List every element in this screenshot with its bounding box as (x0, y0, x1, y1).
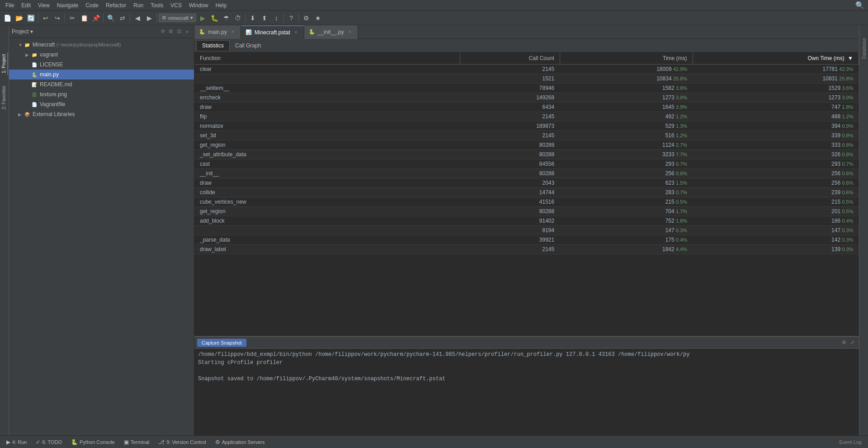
back-btn[interactable]: ◀ (132, 13, 143, 23)
open-btn[interactable]: 📂 (14, 13, 24, 23)
cut-btn[interactable]: ✂ (67, 13, 78, 23)
terminal-status-item[interactable]: ▣ Terminal (120, 438, 153, 446)
forward-btn[interactable]: ▶ (144, 13, 155, 23)
vcs3-btn[interactable]: ↕ (271, 13, 282, 23)
vcs1-btn[interactable]: ⬇ (247, 13, 258, 23)
menu-edit[interactable]: Edit (18, 1, 34, 9)
profile-btn[interactable]: ⏱ (232, 13, 243, 23)
replace-btn[interactable]: ⇄ (117, 13, 128, 23)
tree-item-vagrantfile[interactable]: ▶ 📄 Vagrantfile (9, 99, 194, 109)
run-config-dropdown[interactable]: ⚙ minecraft ▾ (159, 14, 196, 22)
col-call-count[interactable]: Call Count (460, 52, 560, 65)
tool1-btn[interactable]: ⚙ (301, 13, 311, 23)
table-row[interactable]: cast 84556 293 0.7% 293 0.7% (194, 159, 859, 169)
event-log-button[interactable]: Event Log (835, 439, 865, 446)
menu-run[interactable]: Run (130, 1, 147, 9)
table-row[interactable]: cube_vertices_new 41516 215 0.5% 215 0.5… (194, 197, 859, 207)
right-panel: 🐍 main.py × 📊 Minecraft.pstat × 🐍 __init… (194, 25, 859, 435)
pstat-tab-close[interactable]: × (293, 29, 299, 36)
todo-status-item[interactable]: ✓ 6: TODO (32, 438, 66, 446)
time-cell: 1842 4.4% (560, 245, 693, 254)
table-row[interactable]: _parse_data 39921 175 0.4% 142 0.3% (194, 235, 859, 245)
db-tab-label[interactable]: Database (860, 34, 868, 63)
console-output: /home/filippov/bdd_exmpl/bin/python /hom… (194, 349, 859, 435)
vcs2-btn[interactable]: ⬆ (259, 13, 270, 23)
table-row[interactable]: normalize 189873 529 1.3% 394 0.9% (194, 121, 859, 131)
expand-tree-btn[interactable]: ⊡ (175, 28, 183, 36)
app-servers-status-item[interactable]: ⚙ Application Servers (212, 438, 269, 446)
undo-btn[interactable]: ↩ (40, 13, 51, 23)
menu-file[interactable]: File (2, 1, 18, 9)
help-btn[interactable]: ? (286, 13, 297, 23)
menu-window[interactable]: Window (185, 1, 212, 9)
project-tab-label[interactable]: 1: Project (0, 52, 8, 75)
sync-tree-btn[interactable]: ⟳ (159, 28, 167, 36)
sync-btn[interactable]: 🔄 (25, 13, 36, 23)
paste-btn[interactable]: 📌 (90, 13, 101, 23)
own-time-cell: 326 0.8% (693, 150, 859, 159)
table-row[interactable]: __setitem__ 78946 1582 3.8% 1529 3.6% (194, 84, 859, 93)
table-row[interactable]: draw 6434 1645 3.9% 747 1.8% (194, 103, 859, 112)
new-file-btn[interactable]: 📄 (2, 13, 13, 23)
table-row[interactable]: draw_label 2145 1842 4.4% 139 0.3% (194, 245, 859, 254)
redo-btn[interactable]: ↪ (52, 13, 63, 23)
tab-main-py[interactable]: 🐍 main.py × (194, 25, 241, 39)
todo-status-icon: ✓ (36, 439, 40, 445)
col-time[interactable]: Time (ms) (560, 52, 693, 65)
tree-item-main-py[interactable]: ▶ 🐍 main.py (9, 70, 194, 79)
table-row[interactable]: get_region 80288 1124 2.7% 333 0.8% (194, 140, 859, 150)
table-row[interactable]: add_block 91402 752 1.8% 186 0.4% (194, 216, 859, 226)
table-row[interactable]: 1521 10834 25.8% 10831 25.8% (194, 74, 859, 84)
tree-item-ext-libs[interactable]: ▶ 📦 External Libraries (9, 109, 194, 119)
menu-refactor[interactable]: Refactor (102, 1, 130, 9)
tree-item-license[interactable]: ▶ 📄 LICENSE (9, 60, 194, 70)
run-btn[interactable]: ▶ (197, 13, 208, 23)
tab-minecraft-pstat[interactable]: 📊 Minecraft.pstat × (241, 25, 304, 39)
find-btn[interactable]: 🔍 (105, 13, 116, 23)
col-function[interactable]: Function (194, 52, 460, 65)
table-row[interactable]: errcheck 149268 1273 3.0% 1273 3.0% (194, 93, 859, 103)
gear-tree-btn[interactable]: ⚙ (167, 28, 175, 36)
table-row[interactable]: collide 14744 283 0.7% 239 0.6% (194, 188, 859, 197)
main-py-tab-close[interactable]: × (230, 29, 236, 35)
tool2-btn[interactable]: ★ (312, 13, 323, 23)
tree-item-vagrant[interactable]: ▶ 📁 vagrant (9, 50, 194, 60)
menu-tools[interactable]: Tools (147, 1, 167, 9)
tab-statistics[interactable]: Statistics (196, 40, 230, 51)
table-row[interactable]: draw 2043 623 1.5% 256 0.6% (194, 178, 859, 188)
table-row[interactable]: flip 2145 492 1.2% 488 1.2% (194, 112, 859, 121)
init-py-tab-close[interactable]: × (347, 29, 353, 35)
run-status-item[interactable]: ▶ 4: Run (3, 438, 30, 446)
menu-code[interactable]: Code (82, 1, 102, 9)
favorites-tab-label[interactable]: 2: Favorites (0, 84, 8, 111)
menu-navigate[interactable]: Navigate (53, 1, 82, 9)
menu-vcs[interactable]: VCS (167, 1, 185, 9)
table-row[interactable]: __init__ 80288 256 0.6% 256 0.6% (194, 169, 859, 178)
expand-btn[interactable]: ⤢ (848, 339, 856, 347)
debug-btn[interactable]: 🐛 (209, 13, 220, 23)
search-btn[interactable]: 🔍 (854, 0, 866, 12)
coverage-btn[interactable]: ☂ (221, 13, 231, 23)
tab-init-py[interactable]: 🐍 __init__.py × (304, 25, 358, 39)
menu-help[interactable]: Help (212, 1, 231, 9)
table-row[interactable]: set_3d 2145 516 1.2% 339 0.8% (194, 131, 859, 140)
table-row[interactable]: _set_attribute_data 80288 3233 7.7% 326 … (194, 150, 859, 159)
tree-root[interactable]: ▼ 📁 Minecraft (~/work/pythonproj/Minecra… (9, 40, 194, 50)
stats-table-container[interactable]: Function Call Count Time (ms) Own Time (… (194, 52, 859, 336)
table-row[interactable]: 8194 147 0.3% 147 0.3% (194, 226, 859, 235)
python-console-status-item[interactable]: 🐍 Python Console (67, 438, 118, 446)
tree-item-readme[interactable]: ▶ 📝 README.md (9, 79, 194, 89)
vagrantfile-icon: 📄 (31, 101, 38, 108)
capture-snapshot-button[interactable]: Capture Snapshot (197, 339, 246, 347)
version-control-status-item[interactable]: ⎇ 9: Version Control (155, 438, 209, 446)
menu-view[interactable]: View (34, 1, 53, 9)
tree-item-texture[interactable]: ▶ 🖼 texture.png (9, 89, 194, 99)
copy-btn[interactable]: 📋 (79, 13, 90, 23)
time-cell: 1645 3.9% (560, 103, 693, 112)
table-row[interactable]: get_region 80288 704 1.7% 201 0.5% (194, 207, 859, 216)
settings-btn[interactable]: ⚙ (840, 339, 848, 347)
table-row[interactable]: clear 2145 18009 42.9% 17781 42.3% (194, 65, 859, 74)
close-tree-btn[interactable]: × (183, 28, 191, 36)
col-own-time[interactable]: Own Time (ms) ▼ (693, 52, 859, 65)
tab-call-graph[interactable]: Call Graph (230, 41, 266, 51)
